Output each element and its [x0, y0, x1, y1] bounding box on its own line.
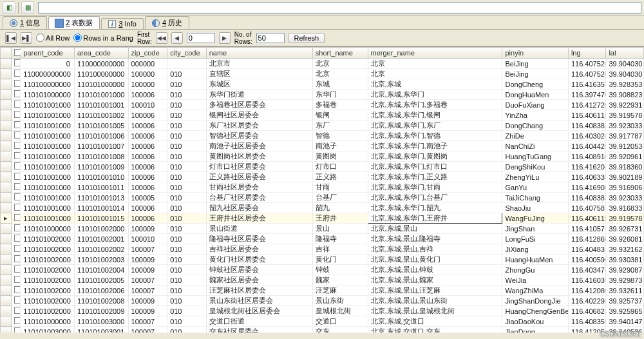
cell[interactable]: 魏家社区居委会: [206, 275, 312, 286]
cell[interactable]: ZhiDe: [502, 131, 568, 141]
cell[interactable]: JiXiang: [502, 244, 568, 255]
row-header[interactable]: [1, 131, 12, 141]
cell[interactable]: 39.920961: [606, 151, 644, 162]
table-row[interactable]: 110101002000110101002003100009010黄化门社区居委…: [1, 255, 644, 265]
row-header[interactable]: [1, 162, 12, 172]
cell[interactable]: 交东社区居委会: [206, 327, 312, 333]
cell[interactable]: 39.925737: [606, 296, 644, 306]
cell[interactable]: 100007: [128, 327, 167, 333]
row-checkbox[interactable]: [11, 59, 21, 69]
nav-prev-button[interactable]: ◀: [171, 32, 183, 44]
row-header[interactable]: [1, 121, 12, 131]
cell[interactable]: NanChiZi: [502, 141, 568, 151]
cell[interactable]: 银闸: [312, 110, 368, 121]
cell[interactable]: 110101001013: [74, 193, 128, 203]
cell[interactable]: 南池子社区居委会: [206, 141, 312, 151]
cell[interactable]: 100006: [128, 131, 167, 141]
cell[interactable]: 110101001005: [74, 121, 128, 131]
cell[interactable]: 110101001000: [21, 141, 75, 151]
cell[interactable]: 北京: [312, 59, 368, 69]
cell[interactable]: 110101001000: [21, 100, 75, 110]
cell[interactable]: 台基厂社区居委会: [206, 193, 312, 203]
cell[interactable]: 110101001002: [74, 110, 128, 121]
cell[interactable]: 王府井: [312, 213, 368, 224]
row-header[interactable]: [1, 265, 12, 275]
cell[interactable]: 010: [167, 244, 207, 255]
cell[interactable]: HuangChengGenBeiJie: [502, 306, 568, 316]
row-header[interactable]: [1, 327, 12, 333]
cell[interactable]: 110101002000: [21, 286, 75, 296]
cell[interactable]: 景山: [312, 224, 368, 234]
column-header-lat[interactable]: lat: [606, 48, 644, 59]
cell[interactable]: 北京,东城,东华门,甘雨: [368, 182, 502, 193]
cell[interactable]: 100009: [128, 306, 167, 316]
cell[interactable]: 100006: [128, 213, 167, 224]
cell[interactable]: 116.403028: [568, 131, 606, 141]
cell[interactable]: 110101002009: [74, 306, 128, 316]
row-header[interactable]: [1, 90, 12, 100]
cell[interactable]: 100010: [128, 234, 167, 244]
cell[interactable]: 010: [167, 151, 207, 162]
cell[interactable]: 110101002000: [21, 234, 75, 244]
row-header[interactable]: [1, 234, 12, 244]
cell[interactable]: 黄化门: [312, 255, 368, 265]
cell[interactable]: 39.922931: [606, 100, 644, 110]
cell[interactable]: 钟鼓: [312, 265, 368, 275]
column-header-city_code[interactable]: city_code: [167, 48, 207, 59]
row-header[interactable]: [1, 100, 12, 110]
cell[interactable]: 智德: [312, 131, 368, 141]
cell[interactable]: 116.416035: [568, 275, 606, 286]
table-row[interactable]: 110101000000110101001000100006010东华门街道东华…: [1, 90, 644, 100]
row-checkbox[interactable]: [11, 151, 21, 162]
cell[interactable]: 南池子: [312, 141, 368, 151]
table-row[interactable]: 110101002000110101002005100007010魏家社区居委会…: [1, 275, 644, 286]
cell[interactable]: 北京,东城,交道口,交东: [368, 327, 502, 333]
cell[interactable]: 110101001000: [21, 131, 75, 141]
cell[interactable]: 39.926731: [606, 224, 644, 234]
cell[interactable]: 010: [167, 69, 207, 79]
row-checkbox[interactable]: [11, 90, 21, 100]
cell[interactable]: 110101001000: [21, 121, 75, 131]
cell[interactable]: 北京,东城,东华门,多福巷: [368, 100, 502, 110]
row-checkbox[interactable]: [11, 255, 21, 265]
cell[interactable]: 110101001000: [21, 213, 75, 224]
cell[interactable]: JingShan: [502, 224, 568, 234]
nav-next-button[interactable]: ▶: [219, 32, 231, 44]
cell[interactable]: 景山东街社区居委会: [206, 296, 312, 306]
cell[interactable]: 正义路社区居委会: [206, 172, 312, 182]
cell[interactable]: 010: [167, 265, 207, 275]
cell[interactable]: 北京,东城,东华门: [368, 90, 502, 100]
tab-4-历史[interactable]: 4 历史: [145, 16, 189, 29]
cell[interactable]: 100000: [128, 79, 167, 90]
cell[interactable]: 110101002000: [21, 296, 75, 306]
cell[interactable]: 39.919578: [606, 213, 644, 224]
cell[interactable]: 010: [167, 182, 207, 193]
row-header[interactable]: [1, 224, 12, 234]
cell[interactable]: 110101000000: [21, 224, 75, 234]
cell[interactable]: 100006: [128, 203, 167, 213]
cell[interactable]: 116.403474: [568, 265, 606, 275]
cell[interactable]: 隆福寺社区居委会: [206, 234, 312, 244]
cell[interactable]: 39.902189: [606, 172, 644, 182]
cell[interactable]: 北京,东城,东华门,黄图岗: [368, 151, 502, 162]
column-header-pinyin[interactable]: pinyin: [502, 48, 568, 59]
cell[interactable]: 116.406338: [568, 172, 606, 182]
cell[interactable]: 39.940147: [606, 316, 644, 327]
row-checkbox[interactable]: [11, 224, 21, 234]
cell[interactable]: 灯市口: [312, 162, 368, 172]
row-header[interactable]: [1, 306, 12, 316]
cell[interactable]: 智德社区居委会: [206, 131, 312, 141]
cell[interactable]: 100006: [128, 110, 167, 121]
row-checkbox[interactable]: [11, 286, 21, 296]
cell[interactable]: 116.408383: [568, 193, 606, 203]
cell[interactable]: 110101002005: [74, 275, 128, 286]
cell[interactable]: 北京,东城,景山,景山东街: [368, 296, 502, 306]
all-row-radio[interactable]: All Row: [36, 34, 70, 42]
row-header[interactable]: [1, 193, 12, 203]
row-checkbox[interactable]: [11, 182, 21, 193]
table-row[interactable]: 110000000000110100000000100000010直辖区北京北京…: [1, 69, 644, 79]
cell[interactable]: 100006: [128, 172, 167, 182]
cell[interactable]: 100010: [128, 100, 167, 110]
cell[interactable]: 116.407581: [568, 203, 606, 213]
cell[interactable]: 隆福寺: [312, 234, 368, 244]
